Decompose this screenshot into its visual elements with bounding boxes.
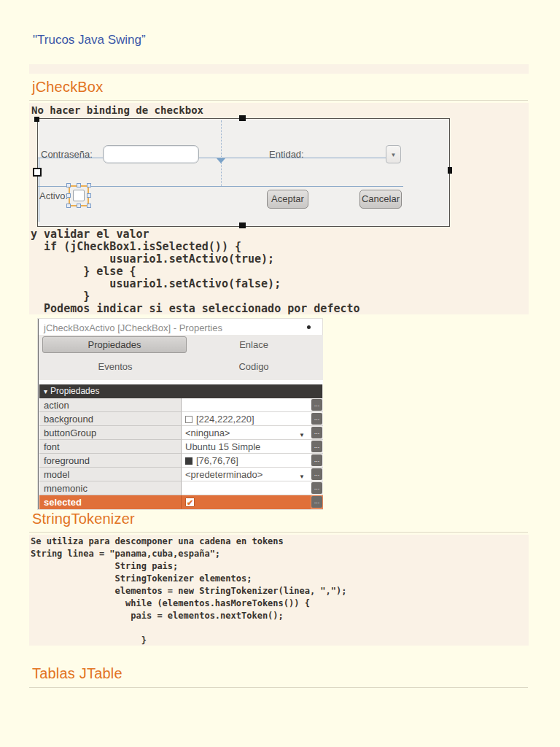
tab-enlace[interactable]: Enlace — [188, 339, 319, 350]
ellipsis-button[interactable]: ... — [311, 482, 322, 494]
table-row-buttongroup[interactable]: buttonGroup <ninguna>▼ ... — [39, 426, 323, 440]
property-value[interactable]: Ubuntu 15 Simple — [182, 440, 311, 454]
ellipsis-button[interactable]: ... — [311, 427, 322, 438]
form-panel: Contraseña: Entidad: ▼ Activo: Aceptar C… — [37, 118, 450, 227]
ellipsis-button[interactable]: ... — [311, 413, 322, 425]
form-handle-bottom[interactable] — [239, 222, 246, 228]
properties-table: action ... background [224,222,220] ... … — [39, 398, 323, 509]
active-label: Activo: — [39, 190, 68, 201]
property-name: foreground — [39, 454, 182, 468]
window-dot-icon — [307, 325, 311, 329]
section-header-label: Propiedades — [50, 386, 99, 396]
table-row-model[interactable]: model <predeterminado>▼ ... — [39, 468, 323, 481]
form-handle-left[interactable] — [33, 168, 42, 177]
guide-anchor-icon — [217, 158, 225, 163]
value-text: [76,76,76] — [196, 455, 238, 466]
section-heading-stringtokenizer: StringTokenizer — [32, 511, 135, 527]
divider — [29, 687, 528, 688]
combo-arrow-icon: ▼ — [391, 152, 397, 158]
color-swatch-icon — [185, 457, 192, 465]
table-row-foreground[interactable]: foreground [76,76,76] ... — [39, 454, 323, 468]
property-value[interactable]: [76,76,76] — [182, 454, 311, 468]
entity-label: Entidad: — [269, 149, 304, 160]
property-name: font — [39, 440, 182, 454]
resize-handle[interactable] — [87, 193, 91, 198]
form-handle-top[interactable] — [239, 115, 246, 121]
more-cell: ... — [311, 426, 323, 440]
value-text: [224,222,220] — [196, 414, 254, 425]
accept-button[interactable]: Aceptar — [267, 190, 308, 209]
form-handle-right[interactable] — [448, 167, 452, 174]
property-value[interactable] — [182, 398, 311, 412]
property-value[interactable]: <ninguna>▼ — [182, 426, 311, 440]
resize-handle[interactable] — [66, 193, 71, 198]
resize-handle[interactable] — [87, 204, 91, 208]
column-guide-dotted — [221, 120, 222, 186]
page-title: "Trucos Java Swing” — [33, 33, 146, 47]
more-cell: ... — [311, 454, 323, 468]
band-top — [29, 64, 529, 74]
checked-checkbox-icon[interactable]: ✔ — [185, 498, 195, 507]
property-value[interactable]: <predeterminado>▼ — [182, 468, 311, 481]
checkbox-selection — [69, 185, 89, 206]
ellipsis-button[interactable]: ... — [311, 468, 322, 480]
more-cell: ... — [311, 481, 323, 495]
property-name: buttonGroup — [39, 426, 182, 440]
entity-combobox[interactable]: ▼ — [386, 145, 401, 163]
resize-handle[interactable] — [66, 204, 71, 208]
tab-codigo[interactable]: Codigo — [188, 361, 319, 372]
property-name: model — [39, 468, 182, 481]
form-handle-topleft[interactable] — [34, 117, 39, 122]
ellipsis-button[interactable]: ... — [311, 496, 322, 508]
more-cell: ... — [311, 412, 323, 426]
divider — [29, 100, 528, 101]
properties-title: jCheckBoxActivo [JCheckBox] - Properties — [44, 322, 222, 333]
more-cell: ... — [311, 398, 323, 412]
property-value[interactable]: [224,222,220] — [182, 412, 311, 426]
ellipsis-button[interactable]: ... — [311, 441, 322, 452]
ellipsis-button[interactable]: ... — [311, 454, 322, 466]
section-heading-tablas-jtable: Tablas JTable — [32, 665, 122, 682]
tab-propiedades[interactable]: Propiedades — [42, 336, 187, 353]
table-row-action[interactable]: action ... — [39, 398, 323, 412]
resize-handle[interactable] — [87, 183, 91, 187]
property-name: mnemonic — [39, 481, 182, 495]
collapse-triangle-icon: ▾ — [44, 387, 47, 395]
table-row-font[interactable]: font Ubuntu 15 Simple ... — [39, 440, 323, 454]
property-value[interactable]: ✔ — [182, 495, 311, 509]
cancel-button[interactable]: Cancelar — [359, 190, 402, 209]
property-name: action — [39, 398, 182, 412]
properties-tabs: Propiedades Enlace Eventos Codigo — [39, 335, 323, 380]
active-checkbox[interactable] — [73, 190, 85, 201]
property-value[interactable] — [182, 481, 311, 495]
baseline-guide-bottom — [38, 186, 403, 187]
table-row-mnemonic[interactable]: mnemonic ... — [39, 481, 323, 495]
document-page: { "page": { "title": "\"Trucos Java Swin… — [0, 0, 560, 747]
resize-handle[interactable] — [77, 204, 81, 208]
section-heading-jcheckbox: jCheckBox — [32, 79, 103, 96]
property-name: selected — [39, 495, 182, 509]
more-cell: ... — [311, 440, 323, 454]
password-field[interactable] — [103, 145, 199, 163]
properties-panel-screenshot: jCheckBoxActivo [JCheckBox] - Properties… — [38, 319, 322, 509]
property-name: background — [39, 412, 182, 426]
resize-handle[interactable] — [77, 183, 81, 187]
table-row-selected[interactable]: selected ✔ ... — [39, 495, 323, 509]
table-row-background[interactable]: background [224,222,220] ... — [39, 412, 323, 426]
value-text: Ubuntu 15 Simple — [185, 441, 260, 452]
tab-eventos[interactable]: Eventos — [50, 361, 181, 372]
color-swatch-icon — [185, 416, 192, 423]
code-validate-block: y validar el valor if (jCheckBox1.isSele… — [31, 228, 360, 315]
properties-section-header[interactable]: ▾Propiedades — [39, 384, 322, 398]
value-text: <ninguna> — [185, 427, 230, 438]
password-label: Contraseña: — [41, 149, 93, 160]
ellipsis-button[interactable]: ... — [311, 399, 322, 411]
divider — [29, 532, 528, 533]
code-tokenizer-block: Se utiliza para descomponer una cadena e… — [31, 535, 346, 647]
more-cell: ... — [311, 468, 323, 481]
value-text: <predeterminado> — [185, 469, 262, 480]
resize-handle[interactable] — [66, 183, 71, 187]
code-binding-note: No hacer binding de checkbox — [31, 104, 203, 116]
more-cell: ... — [311, 495, 323, 509]
form-designer-screenshot: Contraseña: Entidad: ▼ Activo: Aceptar C… — [33, 115, 453, 228]
